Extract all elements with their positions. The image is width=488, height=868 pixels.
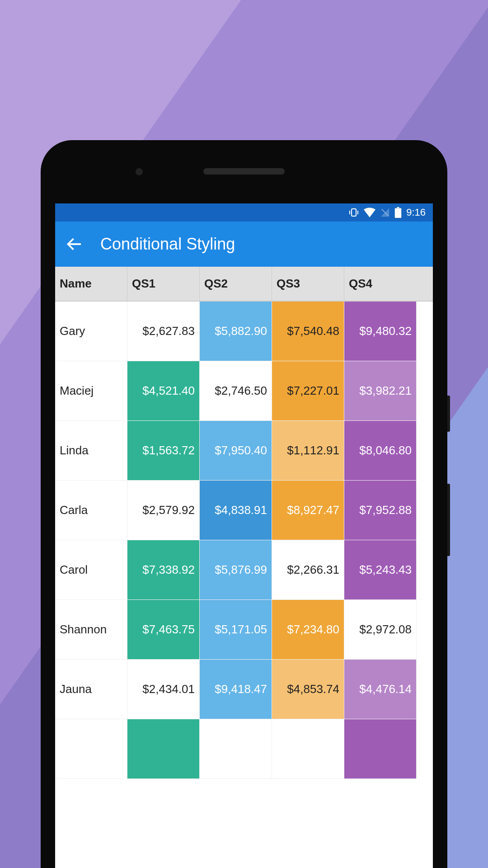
- grid-body: Gary$2,627.83$5,882.90$7,540.48$9,480.32…: [55, 302, 433, 779]
- cell-qs1[interactable]: $4,521.40: [127, 361, 200, 421]
- cell-name[interactable]: Shannon: [55, 600, 127, 660]
- table-row[interactable]: Carol$7,338.92$5,876.99$2,266.31$5,243.4…: [55, 540, 433, 600]
- cell-qs4[interactable]: $3,982.21: [344, 361, 417, 421]
- svg-rect-4: [395, 208, 401, 218]
- svg-rect-0: [352, 209, 356, 216]
- cell-name[interactable]: Gary: [55, 302, 127, 361]
- cell-qs3[interactable]: $7,227.01: [272, 361, 344, 421]
- svg-rect-5: [397, 207, 399, 208]
- phone-side-button: [447, 484, 450, 556]
- back-button[interactable]: [66, 236, 82, 252]
- cell-qs3[interactable]: $7,234.80: [272, 600, 344, 660]
- cell-qs1[interactable]: [127, 719, 200, 779]
- cell-qs1[interactable]: $2,434.01: [127, 660, 200, 719]
- cell-qs4[interactable]: $9,480.32: [344, 302, 417, 361]
- table-row[interactable]: Shannon$7,463.75$5,171.05$7,234.80$2,972…: [55, 600, 433, 660]
- data-grid[interactable]: Name QS1 QS2 QS3 QS4 Gary$2,627.83$5,882…: [55, 267, 433, 868]
- cell-qs4[interactable]: $2,972.08: [344, 600, 417, 660]
- vibrate-icon: [348, 207, 359, 218]
- cell-qs4[interactable]: $8,046.80: [344, 421, 417, 481]
- cell-qs3[interactable]: $4,853.74: [272, 660, 344, 719]
- screen: 9:16 Conditional Styling Name QS1 QS2 QS…: [55, 203, 433, 868]
- cell-name[interactable]: Maciej: [55, 361, 127, 421]
- cell-qs4[interactable]: $7,952.88: [344, 481, 417, 540]
- cell-qs2[interactable]: $5,882.90: [200, 302, 272, 361]
- grid-header: Name QS1 QS2 QS3 QS4: [55, 267, 433, 302]
- cell-name[interactable]: Linda: [55, 421, 127, 481]
- cell-qs1[interactable]: $7,338.92: [127, 540, 200, 600]
- table-row[interactable]: Linda$1,563.72$7,950.40$1,112.91$8,046.8…: [55, 421, 433, 481]
- cell-name[interactable]: Carol: [55, 540, 127, 600]
- cell-qs2[interactable]: [200, 719, 272, 779]
- table-row[interactable]: Maciej$4,521.40$2,746.50$7,227.01$3,982.…: [55, 361, 433, 421]
- status-time: 9:16: [406, 207, 426, 218]
- cell-name[interactable]: Carla: [55, 481, 127, 540]
- app-bar: Conditional Styling: [55, 222, 433, 267]
- cell-qs4[interactable]: $5,243.43: [344, 540, 417, 600]
- phone-speaker: [203, 168, 285, 175]
- cell-qs4[interactable]: $4,476.14: [344, 660, 417, 719]
- status-bar: 9:16: [55, 203, 433, 222]
- col-header-name[interactable]: Name: [55, 267, 127, 301]
- cell-qs3[interactable]: $1,112.91: [272, 421, 344, 481]
- phone-side-button: [447, 396, 450, 432]
- cell-qs2[interactable]: $9,418.47: [200, 660, 272, 719]
- col-header-qs2[interactable]: QS2: [200, 267, 272, 301]
- col-header-qs1[interactable]: QS1: [127, 267, 200, 301]
- cell-qs3[interactable]: $7,540.48: [272, 302, 344, 361]
- col-header-qs3[interactable]: QS3: [272, 267, 344, 301]
- col-header-qs4[interactable]: QS4: [344, 267, 417, 301]
- cell-qs3[interactable]: $2,266.31: [272, 540, 344, 600]
- cell-qs3[interactable]: [272, 719, 344, 779]
- cell-qs2[interactable]: $4,838.91: [200, 481, 272, 540]
- table-row[interactable]: Jauna$2,434.01$9,418.47$4,853.74$4,476.1…: [55, 660, 433, 719]
- battery-icon: [394, 207, 402, 218]
- wifi-icon: [364, 208, 375, 217]
- phone-frame: 9:16 Conditional Styling Name QS1 QS2 QS…: [41, 140, 447, 868]
- cell-qs1[interactable]: $2,627.83: [127, 302, 200, 361]
- table-row[interactable]: Gary$2,627.83$5,882.90$7,540.48$9,480.32: [55, 302, 433, 361]
- table-row[interactable]: Carla$2,579.92$4,838.91$8,927.47$7,952.8…: [55, 481, 433, 540]
- cell-qs1[interactable]: $1,563.72: [127, 421, 200, 481]
- cell-name[interactable]: Jauna: [55, 660, 127, 719]
- cell-qs4[interactable]: [344, 719, 417, 779]
- table-row[interactable]: [55, 719, 433, 779]
- cell-qs2[interactable]: $7,950.40: [200, 421, 272, 481]
- cell-name[interactable]: [55, 719, 127, 779]
- cell-qs1[interactable]: $2,579.92: [127, 481, 200, 540]
- cell-qs2[interactable]: $2,746.50: [200, 361, 272, 421]
- cell-qs2[interactable]: $5,171.05: [200, 600, 272, 660]
- cell-qs2[interactable]: $5,876.99: [200, 540, 272, 600]
- cell-qs1[interactable]: $7,463.75: [127, 600, 200, 660]
- no-signal-icon: [380, 208, 390, 217]
- phone-camera: [136, 168, 143, 175]
- page-title: Conditional Styling: [100, 235, 235, 254]
- cell-qs3[interactable]: $8,927.47: [272, 481, 344, 540]
